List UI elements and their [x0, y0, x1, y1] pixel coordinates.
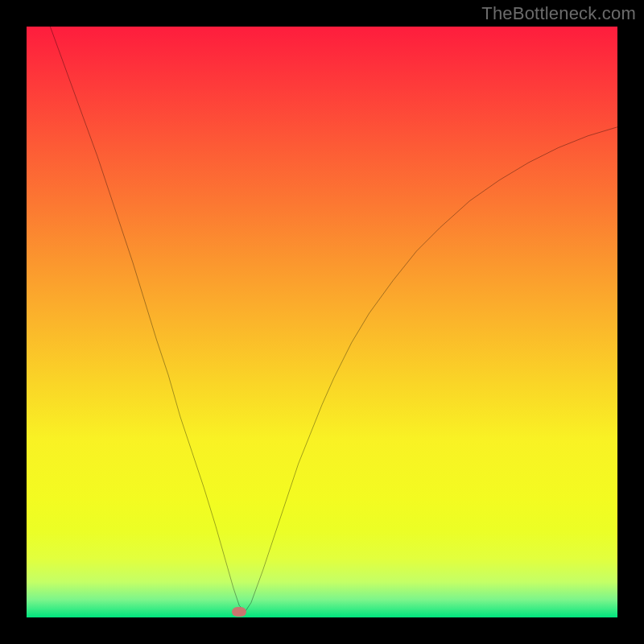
- optimal-point-marker: [232, 607, 246, 617]
- bottleneck-curve: [27, 27, 617, 617]
- watermark-label: TheBottleneck.com: [481, 3, 636, 24]
- plot-area: [27, 27, 617, 617]
- chart-frame: TheBottleneck.com: [0, 0, 644, 644]
